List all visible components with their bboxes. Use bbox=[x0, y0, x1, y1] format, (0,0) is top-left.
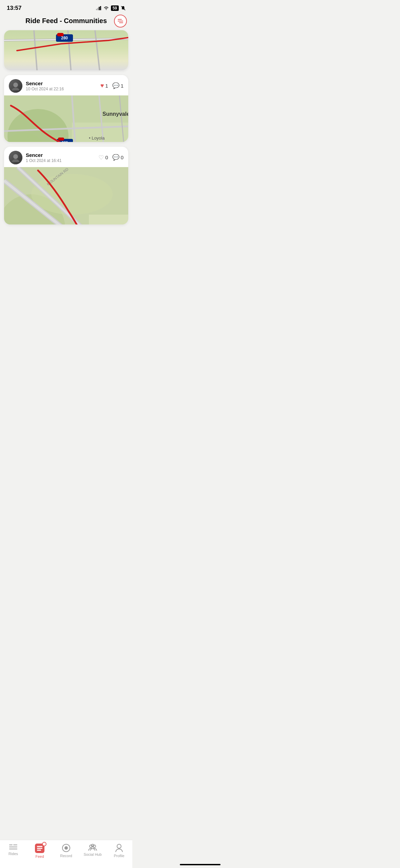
comment-count-2: 1 bbox=[121, 83, 123, 89]
svg-text:• Loyola: • Loyola bbox=[89, 135, 105, 141]
map-svg-3: 280 MOUNTAIN RD bbox=[4, 167, 128, 224]
status-icons: 59 bbox=[96, 5, 126, 11]
user-info-3: Sencer 1 Oct 2024 at 16:41 bbox=[9, 151, 61, 164]
like-button-3[interactable]: ♡ 0 bbox=[98, 154, 108, 161]
comment-button-3[interactable]: 💬 0 bbox=[112, 154, 123, 161]
svg-point-34 bbox=[13, 154, 18, 159]
social-icons-2: ♥ 1 💬 1 bbox=[100, 82, 123, 89]
menu-button[interactable] bbox=[114, 15, 127, 28]
map-roads-1: 280 bbox=[4, 30, 128, 70]
svg-text:280: 280 bbox=[62, 141, 68, 142]
card-header-3: Sencer 1 Oct 2024 at 16:41 ♡ 0 💬 0 bbox=[4, 147, 128, 167]
like-button-2[interactable]: ♥ 1 bbox=[100, 82, 108, 89]
comment-button-2[interactable]: 💬 1 bbox=[112, 82, 123, 89]
svg-line-9 bbox=[95, 30, 100, 70]
ride-card-1[interactable]: 280 Los Altos Evening Ride Distance 0.43… bbox=[4, 30, 128, 70]
comment-icon-2: 💬 bbox=[112, 82, 119, 89]
ride-card-3[interactable]: Sencer 1 Oct 2024 at 16:41 ♡ 0 💬 0 bbox=[4, 147, 128, 224]
svg-point-35 bbox=[12, 159, 19, 162]
like-count-2: 1 bbox=[105, 83, 108, 89]
status-bar: 13:57 59 bbox=[0, 0, 132, 14]
user-name-3: Sencer bbox=[26, 152, 61, 158]
like-count-3: 0 bbox=[105, 155, 108, 160]
svg-point-38 bbox=[31, 174, 113, 215]
map-svg-2: 280 85 • Loyola Sunnyvale Rancho San bbox=[4, 95, 128, 142]
map-area-3: 280 MOUNTAIN RD bbox=[4, 167, 128, 224]
social-icons-3: ♡ 0 💬 0 bbox=[98, 154, 123, 161]
map-area-2: 280 85 • Loyola Sunnyvale Rancho San bbox=[4, 95, 128, 142]
user-info-2: Sencer 10 Oct 2024 at 22:16 bbox=[9, 79, 64, 93]
heart-icon-2: ♥ bbox=[100, 82, 104, 89]
svg-line-7 bbox=[34, 30, 37, 70]
card-header-2: Sencer 10 Oct 2024 at 22:16 ♥ 1 💬 1 bbox=[4, 75, 128, 95]
svg-text:280: 280 bbox=[61, 36, 68, 40]
svg-point-13 bbox=[13, 83, 18, 87]
svg-point-14 bbox=[12, 88, 19, 90]
heart-icon-3: ♡ bbox=[98, 154, 104, 161]
user-name-2: Sencer bbox=[26, 80, 64, 86]
svg-rect-1 bbox=[97, 8, 98, 10]
svg-rect-26 bbox=[58, 138, 64, 141]
comment-count-3: 0 bbox=[121, 155, 123, 160]
svg-rect-39 bbox=[89, 215, 128, 224]
wifi-icon bbox=[103, 6, 109, 10]
svg-rect-2 bbox=[99, 7, 100, 10]
ride-feed-list: 280 Los Altos Evening Ride Distance 0.43… bbox=[0, 29, 132, 258]
page-header: Ride Feed - Communities bbox=[0, 14, 132, 29]
page-title: Ride Feed - Communities bbox=[25, 17, 107, 25]
avatar-3 bbox=[9, 151, 22, 164]
user-date-2: 10 Oct 2024 at 22:16 bbox=[26, 87, 64, 91]
ride-card-2[interactable]: Sencer 10 Oct 2024 at 22:16 ♥ 1 💬 1 bbox=[4, 75, 128, 142]
notification-muted-icon bbox=[121, 6, 126, 11]
user-date-3: 1 Oct 2024 at 16:41 bbox=[26, 158, 61, 163]
signal-icon bbox=[96, 6, 101, 10]
map-area-1: 280 bbox=[4, 30, 128, 70]
comment-icon-3: 💬 bbox=[112, 154, 119, 161]
menu-icon bbox=[118, 19, 123, 23]
avatar-2 bbox=[9, 79, 22, 93]
svg-rect-0 bbox=[96, 9, 97, 10]
svg-text:Sunnyvale: Sunnyvale bbox=[102, 111, 128, 117]
svg-rect-3 bbox=[100, 6, 101, 10]
battery-icon: 59 bbox=[111, 5, 119, 11]
status-time: 13:57 bbox=[7, 5, 21, 12]
